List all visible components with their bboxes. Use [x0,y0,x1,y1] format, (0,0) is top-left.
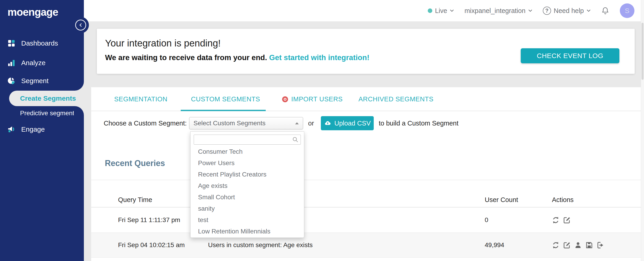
sidebar: moengage Dashboards Analyze [0,0,84,261]
env-switcher[interactable]: Live [428,7,454,14]
sidebar-item-label: Predictive segments [20,110,78,117]
dropdown-option[interactable]: Small Cohort [190,192,304,203]
save-icon[interactable] [586,242,593,249]
tabs-row: SEGMENTATION CUSTOM SEGMENTS IMPORT USER… [91,87,641,111]
chevron-down-icon [450,9,454,12]
engage-megaphone-icon [8,125,15,133]
sidebar-item-label: Dashboards [21,39,58,47]
sidebar-curve-bottom [74,106,84,116]
sidebar-item-create-segments[interactable]: Create Segments [9,91,84,106]
tab-label: CUSTOM SEGMENTS [191,95,260,103]
query-time-cell: Fri Sep 04 10:02:15 am [118,233,185,257]
tab-label: IMPORT USERS [291,95,343,103]
banner-title: Your integration is pending! [105,38,221,49]
integration-pending-banner: Your integration is pending! We are wait… [97,29,635,74]
segment-pie-icon [8,77,15,85]
top-bar: Live mixpanel_integration ? Need help [84,0,641,22]
tab-label: ARCHIVED SEGMENTS [358,95,434,103]
user-avatar[interactable]: S [620,3,634,18]
section-divider [91,180,641,180]
search-icon [292,136,298,143]
refresh-icon[interactable] [552,242,560,249]
help-question-icon: ? [543,6,551,15]
select-value: Select Custom Segments [194,120,266,127]
dashboards-grid-icon [8,39,15,47]
sidebar-curve-top [74,81,84,91]
refresh-icon[interactable] [552,216,560,224]
sidebar-item-analyze[interactable]: Analyze [0,56,84,70]
user-count-cell: 49,994 [485,233,504,257]
dropdown-option[interactable]: test [190,214,304,226]
check-event-log-button[interactable]: CHECK EVENT LOG [521,48,620,63]
sidebar-item-segment[interactable]: Segment [0,74,84,88]
workspace-name: mixpanel_integration [464,7,526,14]
chevron-left-icon [79,23,82,27]
dropdown-option[interactable]: Low Retention Millennials [190,226,304,237]
notifications-bell-icon[interactable] [601,6,609,15]
dropdown-option[interactable]: Power Users [190,157,304,169]
workspace-switcher[interactable]: mixpanel_integration [464,7,532,14]
dropdown-search [194,135,301,145]
table-row: Fri Sep 11 1:11:37 pm 0 [91,208,641,233]
need-help-label: Need help [554,7,584,14]
dropdown-option[interactable]: Age exists [190,180,304,192]
tab-segmentation[interactable]: SEGMENTATION [114,87,168,111]
edit-icon[interactable] [563,242,570,249]
dropdown-options-list: Consumer Tech Power Users Recent Playlis… [190,146,304,237]
col-user-count: User Count [485,193,518,207]
dropdown-option[interactable]: Consumer Tech [190,146,304,157]
active-tab-underline [181,110,266,111]
cloud-upload-icon [324,120,332,126]
tab-label: SEGMENTATION [114,95,168,103]
upload-csv-label: Upload CSV [334,120,371,127]
or-text: or [308,117,314,129]
edit-icon[interactable] [563,216,570,224]
custom-segment-dropdown: Consumer Tech Power Users Recent Playlis… [190,131,304,238]
upload-csv-button[interactable]: Upload CSV [321,116,374,130]
analyze-bars-icon [8,59,15,67]
sidebar-item-dashboards[interactable]: Dashboards [0,36,84,50]
moengage-logo[interactable]: moengage [8,6,58,18]
sidebar-item-predictive-segments[interactable]: Predictive segments [0,106,84,120]
actions-cell [552,233,604,257]
col-actions: Actions [552,193,574,207]
query-time-cell: Fri Sep 11 1:11:37 pm [118,208,180,233]
caret-up-icon [295,122,299,124]
user-count-cell: 0 [485,208,488,233]
recent-queries-title: Recent Queries [105,159,165,168]
scrollbar-thumb[interactable] [642,23,644,80]
tab-import-users[interactable]: IMPORT USERS [282,87,343,111]
get-started-link[interactable]: Get started with integration! [269,53,370,62]
sidebar-item-engage[interactable]: Engage [0,122,84,136]
import-users-dot-icon [282,96,288,102]
scrollbar[interactable] [641,0,644,261]
tab-archived-segments[interactable]: ARCHIVED SEGMENTS [358,87,434,111]
banner-subtitle: We are waiting to receive data from your… [105,53,370,62]
sidebar-item-label: Create Segments [20,94,76,102]
sidebar-item-label: Engage [21,125,45,133]
need-help-menu[interactable]: ? Need help [543,6,591,15]
dropdown-search-input[interactable] [194,135,301,145]
sidebar-item-label: Segment [21,77,48,85]
dropdown-option[interactable]: Recent Playlist Creators [190,169,304,180]
actions-cell [552,208,570,233]
avatar-initial: S [625,7,630,14]
chevron-down-icon [586,9,591,12]
app-root: Live mixpanel_integration ? Need help [0,0,644,261]
export-icon[interactable] [596,242,604,249]
dropdown-option[interactable]: sanity [190,203,304,214]
sidebar-collapse-button[interactable] [75,19,86,30]
env-label: Live [435,7,447,14]
col-query-time: Query Time [118,193,152,207]
banner-subtitle-text: We are waiting to receive data from your… [105,53,267,62]
sidebar-item-label: Analyze [21,59,46,67]
user-icon[interactable] [574,242,582,249]
tab-custom-segments[interactable]: CUSTOM SEGMENTS [191,87,260,111]
table-header-row: Query Time User Count Actions [91,193,641,208]
live-status-dot [428,8,432,13]
chevron-down-icon [528,9,532,12]
build-segment-suffix: to build a Custom Segment [379,117,458,129]
custom-segment-select[interactable]: Select Custom Segments [189,117,303,129]
segments-card: SEGMENTATION CUSTOM SEGMENTS IMPORT USER… [91,87,641,261]
choose-custom-segment-label: Choose a Custom Segment: [104,117,187,129]
